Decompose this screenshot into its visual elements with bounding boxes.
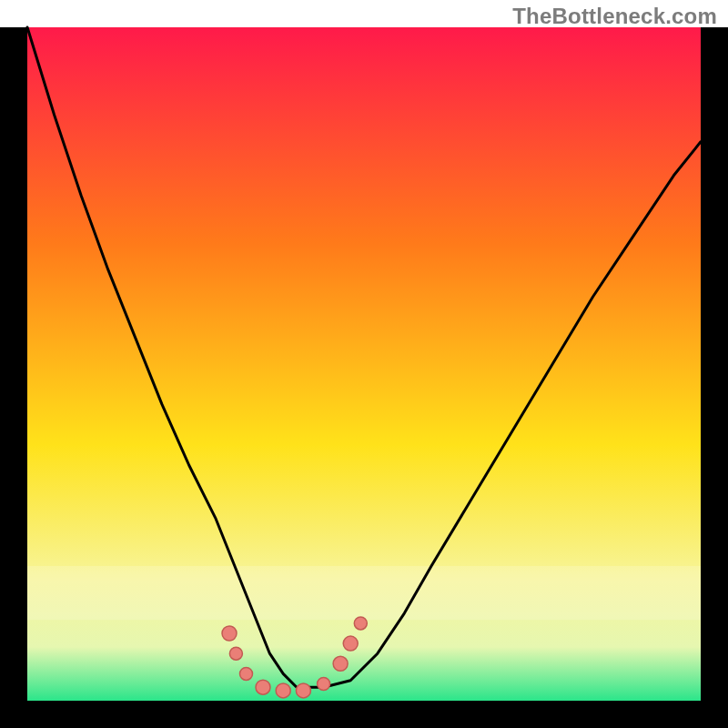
plot-border-segment [701,27,728,701]
bottleneck-chart [0,0,728,728]
curve-marker [240,667,253,680]
highlight-band [27,566,701,620]
curve-marker [333,656,348,671]
curve-marker [276,683,290,698]
curve-marker [296,683,310,698]
curve-marker [318,678,330,691]
curve-marker [229,647,242,660]
curve-marker [256,680,270,694]
curve-marker [354,617,367,630]
chart-svg [0,0,728,728]
plot-border-segment [0,701,728,728]
curve-marker [222,626,237,641]
curve-marker [343,636,358,651]
plot-border-segment [0,27,27,701]
